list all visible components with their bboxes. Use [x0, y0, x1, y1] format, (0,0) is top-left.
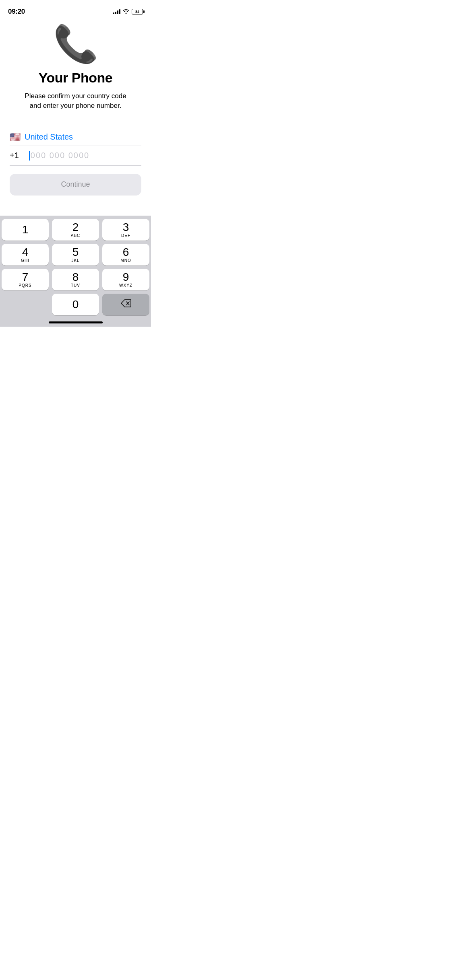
top-divider: [10, 122, 141, 122]
country-flag: 🇺🇸: [10, 132, 21, 142]
home-indicator: [49, 321, 103, 323]
status-bar: 09:20 84: [0, 0, 151, 18]
page-subtitle: Please confirm your country codeand ente…: [25, 91, 126, 111]
numpad-key-3[interactable]: 3 DEF: [102, 219, 149, 241]
numpad-key-empty: [2, 294, 49, 315]
numpad-key-0[interactable]: 0: [52, 294, 99, 315]
numpad-key-8[interactable]: 8 TUV: [52, 269, 99, 290]
numpad-key-4[interactable]: 4 GHI: [2, 244, 49, 266]
country-code: +1: [10, 151, 24, 160]
numpad-delete-button[interactable]: [102, 294, 149, 315]
phone-emoji: 📞: [53, 26, 98, 62]
country-name: United States: [25, 132, 73, 142]
country-selector[interactable]: 🇺🇸 United States: [10, 129, 141, 146]
numpad-key-1[interactable]: 1: [2, 219, 49, 241]
numpad-key-7[interactable]: 7 PQRS: [2, 269, 49, 290]
main-content: 📞 Your Phone Please confirm your country…: [0, 18, 151, 196]
numpad: 1 2 ABC 3 DEF 4 GHI 5 JKL 6 MNO 7 PQRS 8: [0, 216, 151, 327]
phone-field-container[interactable]: 000 000 0000: [29, 151, 141, 161]
numpad-key-6[interactable]: 6 MNO: [102, 244, 149, 266]
phone-input-row: +1 000 000 0000: [10, 146, 141, 166]
numpad-key-2[interactable]: 2 ABC: [52, 219, 99, 241]
numpad-key-9[interactable]: 9 WXYZ: [102, 269, 149, 290]
phone-placeholder: 000 000 0000: [31, 151, 89, 160]
numpad-grid: 1 2 ABC 3 DEF 4 GHI 5 JKL 6 MNO 7 PQRS 8: [2, 219, 149, 315]
numpad-key-5[interactable]: 5 JKL: [52, 244, 99, 266]
status-time: 09:20: [8, 8, 25, 16]
battery-icon: 84: [132, 9, 143, 14]
continue-button[interactable]: Continue: [10, 174, 141, 196]
signal-icon: [113, 9, 120, 14]
wifi-icon: [123, 8, 129, 15]
delete-icon: [121, 299, 131, 310]
page-title: Your Phone: [39, 70, 112, 86]
status-icons: 84: [113, 8, 143, 15]
phone-cursor: [29, 151, 30, 161]
